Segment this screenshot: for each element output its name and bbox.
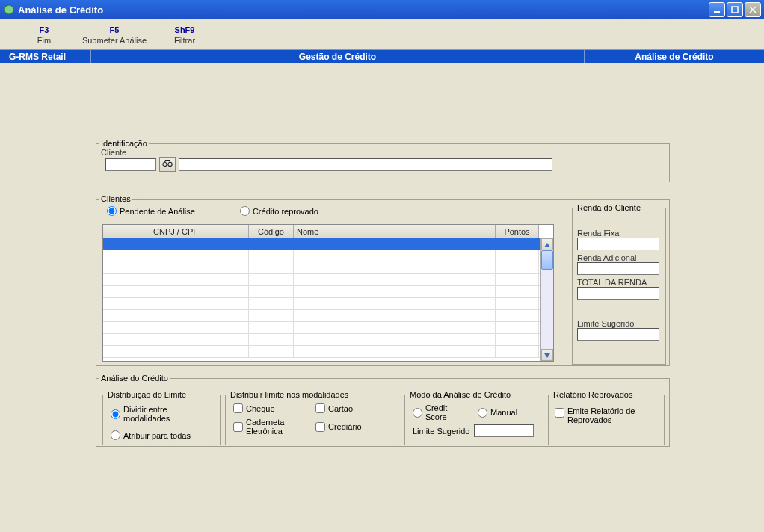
input-renda-fixa[interactable] bbox=[577, 238, 659, 250]
radio-atribuir-input[interactable] bbox=[111, 430, 120, 440]
check-crediario-label: Crediário bbox=[328, 422, 362, 431]
navbar: G-RMS Retail Gestão de Crédito Análise d… bbox=[0, 49, 764, 63]
input-cliente-code[interactable] bbox=[105, 158, 156, 171]
scroll-thumb[interactable] bbox=[541, 250, 553, 270]
radio-manual-input[interactable] bbox=[478, 408, 487, 418]
window-title: Análise de Crédito bbox=[18, 4, 709, 16]
legend-renda: Renda do Cliente bbox=[576, 203, 642, 212]
legend-mod: Distribuir limite nas modalidades bbox=[229, 390, 350, 399]
close-button bbox=[745, 2, 761, 17]
label-total-renda: TOTAL DA RENDA bbox=[577, 278, 661, 287]
check-cheque[interactable]: Cheque bbox=[233, 403, 308, 413]
shortcut-f5[interactable]: F5 Submeter Análise bbox=[81, 25, 148, 45]
shortcut-shf9[interactable]: ShF9 Filtrar bbox=[166, 25, 203, 45]
table-row[interactable] bbox=[103, 286, 553, 298]
radio-dividir-label: Dividir entre modalidades bbox=[123, 405, 212, 423]
input-cliente-name[interactable] bbox=[179, 158, 552, 171]
radio-manual[interactable]: Manual bbox=[478, 403, 535, 421]
check-emite-relatorio-input[interactable] bbox=[555, 408, 564, 418]
radio-credit-score-label: Credit Score bbox=[425, 403, 470, 421]
input-renda-adicional[interactable] bbox=[577, 262, 659, 275]
input-total-renda[interactable] bbox=[577, 287, 659, 300]
group-renda: Renda do Cliente Renda Fixa Renda Adicio… bbox=[572, 203, 666, 365]
svg-rect-2 bbox=[732, 7, 738, 13]
label-cliente: Cliente bbox=[101, 148, 665, 157]
group-modalidades: Distribuir limite nas modalidades Cheque… bbox=[225, 390, 398, 445]
chevron-down-icon bbox=[544, 350, 550, 359]
minimize-button[interactable] bbox=[709, 2, 725, 17]
app-icon bbox=[3, 4, 15, 16]
radio-reprovado-label: Crédito reprovado bbox=[253, 207, 318, 216]
table-row[interactable] bbox=[103, 322, 553, 334]
input-limite-sugerido[interactable] bbox=[577, 328, 659, 341]
scroll-down-button[interactable] bbox=[541, 349, 553, 361]
col-pontos[interactable]: Pontos bbox=[496, 225, 539, 238]
table-row[interactable] bbox=[103, 238, 553, 250]
radio-dividir[interactable]: Dividir entre modalidades bbox=[111, 405, 212, 423]
search-cliente-button[interactable] bbox=[159, 157, 176, 172]
table-row[interactable] bbox=[103, 262, 553, 274]
group-modo-analise: Modo da Análise de Crédito Credit Score … bbox=[404, 390, 543, 445]
shortcut-label: Filtrar bbox=[166, 36, 203, 45]
content-area: Identificação Cliente Clientes Pendente … bbox=[0, 63, 764, 531]
check-crediario[interactable]: Crediário bbox=[315, 418, 390, 436]
radio-credit-score-input[interactable] bbox=[413, 408, 422, 418]
group-distribuicao-limite: Distribuição do Limite Dividir entre mod… bbox=[102, 390, 221, 445]
check-emite-relatorio[interactable]: Emite Relatório de Reprovados bbox=[555, 406, 658, 424]
scroll-track[interactable] bbox=[541, 250, 553, 349]
radio-reprovado-input[interactable] bbox=[240, 206, 250, 216]
group-relatorio-reprovados: Relatório Reprovados Emite Relatório de … bbox=[548, 390, 665, 445]
radio-pendente-input[interactable] bbox=[107, 206, 117, 216]
group-clientes: Clientes Pendente de Análise Crédito rep… bbox=[96, 194, 670, 366]
legend-modo: Modo da Análise de Crédito bbox=[408, 390, 512, 399]
radio-pendente-label: Pendente de Análise bbox=[120, 207, 195, 216]
table-row[interactable] bbox=[103, 334, 553, 346]
grid-header: CNPJ / CPF Código Nome Pontos bbox=[103, 225, 553, 238]
radio-dividir-input[interactable] bbox=[111, 409, 120, 419]
table-row[interactable] bbox=[103, 250, 553, 262]
check-cheque-input[interactable] bbox=[233, 403, 243, 413]
check-cartao-label: Cartão bbox=[328, 404, 353, 413]
shortcut-label: Fim bbox=[25, 36, 63, 45]
clientes-grid[interactable]: CNPJ / CPF Código Nome Pontos bbox=[102, 224, 554, 362]
shortcut-key: F5 bbox=[81, 25, 148, 34]
radio-atribuir-label: Atribuir para todas bbox=[123, 431, 191, 440]
grid-body[interactable] bbox=[103, 238, 553, 361]
radio-credit-score[interactable]: Credit Score bbox=[413, 403, 470, 421]
check-crediario-input[interactable] bbox=[315, 422, 325, 432]
svg-rect-1 bbox=[714, 11, 720, 13]
binoculars-icon bbox=[162, 159, 173, 170]
radio-atribuir[interactable]: Atribuir para todas bbox=[111, 430, 212, 440]
col-nome[interactable]: Nome bbox=[294, 225, 496, 238]
maximize-button[interactable] bbox=[727, 2, 743, 17]
scroll-up-button[interactable] bbox=[541, 238, 553, 250]
table-row[interactable] bbox=[103, 274, 553, 286]
check-caderneta[interactable]: Caderneta Eletrônica bbox=[233, 418, 308, 436]
shortcut-bar: F3 Fim F5 Submeter Análise ShF9 Filtrar bbox=[0, 19, 764, 49]
grid-scrollbar[interactable] bbox=[540, 238, 553, 361]
label-limite-sugerido: Limite Sugerido bbox=[577, 319, 661, 328]
check-caderneta-input[interactable] bbox=[233, 422, 243, 432]
check-caderneta-label: Caderneta Eletrônica bbox=[246, 418, 308, 436]
radio-pendente[interactable]: Pendente de Análise bbox=[107, 206, 195, 216]
svg-point-3 bbox=[163, 162, 167, 166]
svg-point-0 bbox=[4, 5, 13, 14]
input-limite-sugerido-modo[interactable] bbox=[474, 424, 534, 437]
shortcut-key: ShF9 bbox=[166, 25, 203, 34]
col-cnpj[interactable]: CNPJ / CPF bbox=[103, 225, 249, 238]
group-identificacao: Identificação Cliente bbox=[96, 139, 670, 182]
shortcut-f3[interactable]: F3 Fim bbox=[25, 25, 63, 45]
col-codigo[interactable]: Código bbox=[249, 225, 294, 238]
check-emite-relatorio-label: Emite Relatório de Reprovados bbox=[567, 406, 650, 424]
window-controls bbox=[709, 2, 761, 17]
check-cartao[interactable]: Cartão bbox=[315, 403, 390, 413]
legend-dist: Distribuição do Limite bbox=[106, 390, 188, 399]
legend-analise: Análise do Crédito bbox=[99, 374, 170, 383]
label-renda-adicional: Renda Adicional bbox=[577, 253, 661, 262]
table-row[interactable] bbox=[103, 298, 553, 310]
table-row[interactable] bbox=[103, 310, 553, 322]
check-cartao-input[interactable] bbox=[315, 403, 325, 413]
nav-appname: G-RMS Retail bbox=[0, 50, 91, 63]
radio-reprovado[interactable]: Crédito reprovado bbox=[240, 206, 318, 216]
table-row[interactable] bbox=[103, 346, 553, 358]
